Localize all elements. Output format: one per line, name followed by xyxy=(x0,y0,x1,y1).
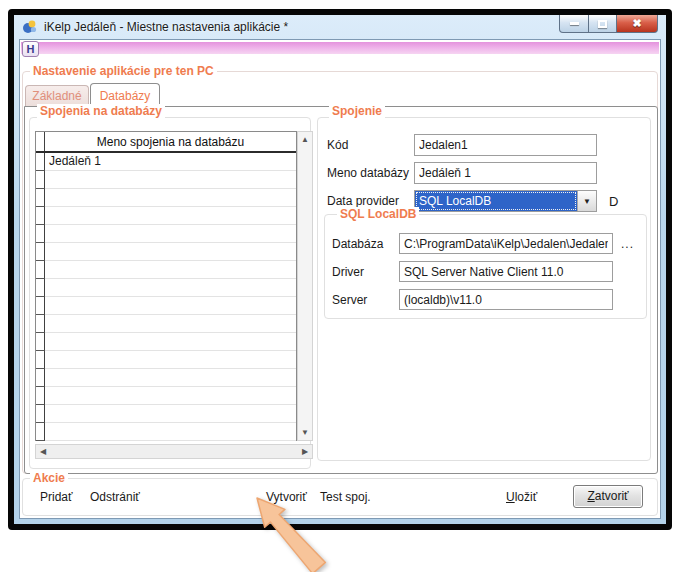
scroll-up-icon[interactable]: ▲ xyxy=(298,133,312,146)
table-cell xyxy=(45,261,296,279)
row-selector-header xyxy=(36,132,45,151)
table-row[interactable] xyxy=(36,369,296,387)
browse-button[interactable]: ... xyxy=(621,237,634,251)
scroll-right-icon[interactable]: ▶ xyxy=(298,445,312,458)
table-row[interactable] xyxy=(36,351,296,369)
odstranit-button[interactable]: Odstrániť xyxy=(90,490,140,504)
close-button[interactable]: ✖ xyxy=(616,15,658,33)
table-row[interactable] xyxy=(36,387,296,405)
row-selector[interactable] xyxy=(36,405,45,423)
connections-table: Meno spojenia na databázu Jedáleň 1 xyxy=(35,131,297,441)
data-provider-select[interactable]: SQL LocalDB ▼ xyxy=(414,190,597,212)
row-selector[interactable] xyxy=(36,225,45,243)
window-controls: ✖ xyxy=(560,15,658,33)
table-row[interactable] xyxy=(36,189,296,207)
app-icon xyxy=(22,19,38,35)
row-selector[interactable] xyxy=(36,243,45,261)
table-row[interactable] xyxy=(36,225,296,243)
table-cell xyxy=(45,207,296,225)
window-title: iKelp Jedáleň - Miestne nastavenia aplik… xyxy=(44,20,288,34)
tab-zakladne[interactable]: Základné xyxy=(25,85,89,106)
row-selector[interactable] xyxy=(36,369,45,387)
table-cell xyxy=(45,243,296,261)
kod-label: Kód xyxy=(327,138,348,152)
table-row[interactable] xyxy=(36,171,296,189)
table-cell xyxy=(45,225,296,243)
maximize-button[interactable] xyxy=(588,15,617,33)
driver-label: Driver xyxy=(332,265,364,279)
help-button[interactable]: H xyxy=(22,41,39,57)
table-row[interactable] xyxy=(36,405,296,423)
row-selector[interactable] xyxy=(36,153,45,171)
driver-field[interactable] xyxy=(399,261,613,282)
kod-field[interactable] xyxy=(414,134,597,156)
data-provider-label: Data provider xyxy=(327,194,399,208)
row-selector[interactable] xyxy=(36,387,45,405)
pridat-button[interactable]: Pridať xyxy=(40,490,73,504)
table-cell xyxy=(45,369,296,387)
data-provider-value: SQL LocalDB xyxy=(415,191,577,211)
row-selector[interactable] xyxy=(36,333,45,351)
row-selector[interactable] xyxy=(36,189,45,207)
table-cell: Jedáleň 1 xyxy=(45,153,296,171)
client-area: H Nastavenie aplikácie pre ten PC Základ… xyxy=(19,39,661,519)
row-selector[interactable] xyxy=(36,351,45,369)
databaza-label: Databáza xyxy=(332,237,383,251)
server-label: Server xyxy=(332,293,367,307)
toolbar xyxy=(21,42,659,54)
table-cell xyxy=(45,297,296,315)
table-cell xyxy=(45,351,296,369)
table-row[interactable] xyxy=(36,279,296,297)
title-bar[interactable]: iKelp Jedáleň - Miestne nastavenia aplik… xyxy=(14,15,666,39)
table-cell xyxy=(45,315,296,333)
table-cell xyxy=(45,423,296,441)
row-selector[interactable] xyxy=(36,261,45,279)
scroll-left-icon[interactable]: ◀ xyxy=(36,445,50,458)
row-selector[interactable] xyxy=(36,297,45,315)
row-selector[interactable] xyxy=(36,207,45,225)
table-header-label: Meno spojenia na databázu xyxy=(45,132,296,151)
connection-group-label: Spojenie xyxy=(329,104,385,118)
table-row[interactable] xyxy=(36,333,296,351)
row-selector[interactable] xyxy=(36,315,45,333)
maximize-icon xyxy=(598,20,607,28)
vertical-scrollbar[interactable]: ▲ ▼ xyxy=(297,131,313,441)
table-cell xyxy=(45,171,296,189)
table-row[interactable] xyxy=(36,297,296,315)
table-row[interactable] xyxy=(36,315,296,333)
table-cell xyxy=(45,333,296,351)
ulozit-button[interactable]: Uložiť xyxy=(506,490,537,504)
close-icon: ✖ xyxy=(632,17,641,30)
table-row[interactable] xyxy=(36,243,296,261)
table-cell xyxy=(45,405,296,423)
settings-group-label: Nastavenie aplikácie pre ten PC xyxy=(30,64,217,78)
server-field[interactable] xyxy=(399,289,613,310)
app-window: iKelp Jedáleň - Miestne nastavenia aplik… xyxy=(8,9,672,530)
annotation-arrow xyxy=(233,494,343,572)
table-row[interactable] xyxy=(36,423,296,441)
table-cell xyxy=(45,387,296,405)
table-row[interactable] xyxy=(36,261,296,279)
sql-localdb-group-label: SQL LocalDB xyxy=(337,207,419,221)
connections-group-label: Spojenia na databázy xyxy=(37,104,165,118)
actions-group-label: Akcie xyxy=(30,471,68,485)
zatvorit-button[interactable]: Zatvoriť xyxy=(573,485,643,508)
minimize-icon xyxy=(570,22,579,25)
row-selector[interactable] xyxy=(36,423,45,441)
table-header[interactable]: Meno spojenia na databázu xyxy=(36,132,296,153)
scroll-down-icon[interactable]: ▼ xyxy=(298,426,312,439)
meno-databazy-field[interactable] xyxy=(414,162,597,184)
tab-panel-databazy: Spojenia na databázy Meno spojenia na da… xyxy=(24,106,658,474)
row-selector[interactable] xyxy=(36,279,45,297)
dropdown-arrow-icon[interactable]: ▼ xyxy=(577,191,596,211)
table-row[interactable]: Jedáleň 1 xyxy=(36,153,296,171)
table-row[interactable] xyxy=(36,207,296,225)
minimize-button[interactable] xyxy=(559,15,589,33)
meno-databazy-label: Meno databázy xyxy=(327,166,409,180)
row-selector[interactable] xyxy=(36,171,45,189)
provider-shortcut-label: D xyxy=(609,194,618,209)
table-cell xyxy=(45,279,296,297)
horizontal-scrollbar[interactable]: ◀ ▶ xyxy=(35,444,313,459)
table-cell xyxy=(45,189,296,207)
databaza-field[interactable] xyxy=(399,233,613,254)
